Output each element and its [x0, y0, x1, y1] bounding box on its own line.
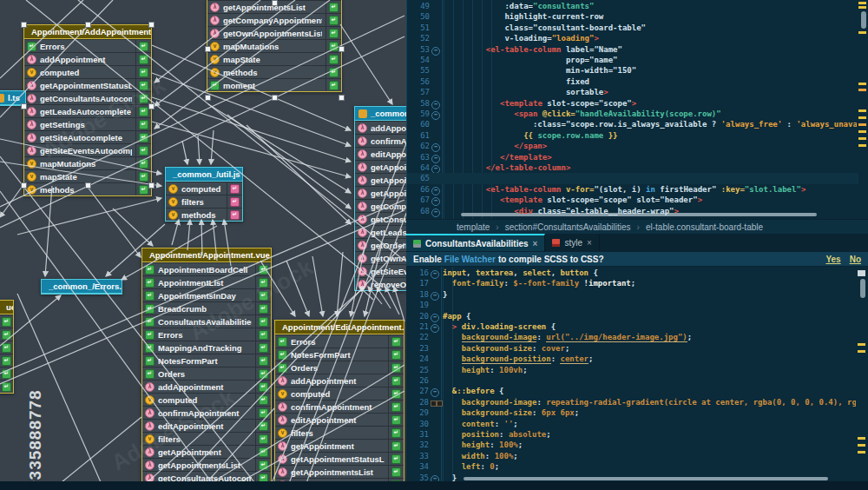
diagram-item[interactable]: vfilters↵	[142, 432, 271, 445]
code-fold-icon[interactable]: −	[431, 155, 440, 163]
scss-style-editor[interactable]: 16−input, textarea, select, button {17 f…	[406, 267, 868, 481]
resize-handle[interactable]	[85, 22, 91, 28]
diagram-item[interactable]: ↵AppointmentsInDay↵	[142, 288, 271, 301]
resize-handle[interactable]	[148, 182, 155, 189]
resize-handle[interactable]	[21, 22, 27, 28]
code-fold-icon[interactable]: −	[431, 101, 440, 109]
diagram-item[interactable]: λgetCompa↵	[355, 199, 406, 212]
code-fold-icon[interactable]: −	[431, 475, 439, 481]
breadcrumb-item[interactable]: section#ConsultantsAvailabilities	[505, 222, 631, 232]
close-icon[interactable]: ×	[533, 239, 538, 248]
resize-handle[interactable]	[205, 46, 211, 52]
close-icon[interactable]: ×	[587, 238, 592, 248]
diagram-item[interactable]: ↵	[0, 367, 13, 380]
breadcrumb[interactable]: template›section#ConsultantsAvailabiliti…	[406, 219, 868, 234]
diagram-node-b-ue[interactable]: ue↵↵↵↵↵↵	[0, 300, 14, 394]
diagram-item[interactable]: λgetAppointmentStatusList↵	[275, 452, 404, 465]
diagram-item[interactable]: λgetAppointment↵	[142, 445, 271, 458]
diagram-item[interactable]: ↵Breadcrumb↵	[142, 301, 271, 315]
resize-handle[interactable]	[21, 103, 27, 109]
diagram-item[interactable]: vmapState↵	[24, 169, 151, 182]
resize-handle[interactable]	[85, 182, 91, 189]
diagram-item[interactable]: λaddAppointment↵	[142, 380, 271, 393]
vertical-scrollbar[interactable]	[861, 11, 866, 29]
diagram-item[interactable]: vcomputed↵	[275, 387, 404, 400]
diagram-item[interactable]: λgetAppointmentStatusList↵	[24, 78, 151, 91]
diagram-item[interactable]: vmapMutations↵	[207, 39, 341, 52]
code-fold-icon[interactable]: −	[431, 292, 439, 301]
diagram-node-b-top[interactable]: vcomputed↵λgetAppointmentsList↵λgetCompa…	[207, 0, 342, 92]
resize-handle[interactable]	[205, 95, 211, 101]
diagram-item[interactable]: λgetAppoi↵	[355, 160, 406, 173]
diagram-item[interactable]: ↵Orders↵	[275, 361, 404, 374]
diagram-item[interactable]: vcomputed↵	[142, 393, 271, 406]
dependency-diagram-panel[interactable]: Appointment/AddAppointment.vue↵Errors↵λa…	[0, 0, 406, 490]
diagram-node-b-add[interactable]: Appointment/AddAppointment.vue↵Errors↵λa…	[23, 24, 152, 196]
diagram-item[interactable]: ↵NotesFormPart↵	[142, 354, 271, 367]
code-fold-icon[interactable]: −	[431, 388, 439, 397]
diagram-item[interactable]: ↵ConsultantsAvailabilities↵	[142, 315, 271, 328]
diagram-item[interactable]: λremoveOr↵	[355, 277, 406, 290]
diagram-item[interactable]: λconfirmAppointment↵	[275, 400, 404, 413]
diagram-item[interactable]: ↵MappingAndTracking↵	[142, 341, 271, 354]
diagram-item[interactable]: vcomputed↵	[166, 182, 242, 195]
diagram-item[interactable]: ↵Errors↵	[275, 334, 404, 348]
tab-style[interactable]: style×	[545, 234, 599, 251]
node-header[interactable]: _common_/util.js	[166, 168, 242, 182]
diagram-node-b-errors[interactable]: _common_/Errors.js	[41, 279, 122, 295]
breadcrumb-item[interactable]: el-table.consultant-board-table	[646, 222, 763, 232]
diagram-item[interactable]: λgetOwnAppointmentsList↵	[207, 26, 341, 39]
resize-handle[interactable]	[339, 46, 345, 52]
diagram-item[interactable]: λconfirmAp↵	[355, 134, 406, 147]
diagram-item[interactable]: ↵Orders↵	[142, 367, 271, 380]
diagram-item[interactable]: λgetCompanyAppointmentsList↵	[207, 13, 341, 26]
code-fold-icon[interactable]: −	[431, 270, 439, 279]
diagram-item[interactable]: ↵	[0, 341, 13, 354]
diagram-item[interactable]: λaddAppoi↵	[355, 121, 406, 134]
diagram-item[interactable]: λgetLeadsA↵	[355, 225, 406, 238]
tab-consultantsavailabilities[interactable]: ConsultantsAvailabilities×	[406, 234, 545, 251]
diagram-item[interactable]: λgetAppointment↵	[275, 439, 404, 452]
diagram-item[interactable]: ↵AppointmentList↵	[142, 275, 271, 288]
diagram-item[interactable]: vmethods↵	[166, 208, 242, 221]
diagram-item[interactable]: λaddAppointment↵	[24, 52, 151, 65]
resize-handle[interactable]	[21, 182, 27, 189]
file-watcher-link[interactable]: File Watcher	[444, 255, 496, 264]
code-fold-icon[interactable]: −	[431, 111, 440, 120]
code-fold-icon[interactable]: −	[431, 197, 440, 206]
resize-handle[interactable]	[148, 103, 155, 109]
diagram-item[interactable]: ↵NotesFormPart↵	[275, 348, 404, 361]
banner-no-button[interactable]: No	[850, 255, 861, 264]
diagram-node-b-appt[interactable]: Appointment/Appointment.vue↵AppointmentB…	[141, 248, 272, 490]
diagram-item[interactable]: λgetLeadsAutocomplete↵	[24, 104, 151, 117]
breadcrumb-item[interactable]: template	[457, 222, 490, 232]
diagram-item[interactable]: λconfirmAppointment↵	[142, 406, 271, 419]
diagram-item[interactable]: ↵moment↵	[207, 78, 341, 91]
diagram-item[interactable]: λaddAppointment↵	[275, 374, 404, 387]
code-fold-icon[interactable]: −	[431, 209, 440, 217]
diagram-item[interactable]: λgetAppointmentsList↵	[142, 458, 271, 471]
diagram-item[interactable]: λgetOrderE↵	[355, 238, 406, 251]
diagram-item[interactable]: vfilters↵	[275, 426, 404, 439]
diagram-item[interactable]: ↵	[0, 315, 13, 328]
diagram-item[interactable]: λgetConsultantsAutocomplete↵	[24, 91, 151, 104]
node-header[interactable]: _common	[355, 107, 406, 121]
code-fold-icon[interactable]: −	[431, 187, 440, 195]
node-header[interactable]: _common_/Errors.js	[42, 280, 122, 294]
diagram-item[interactable]: λgetAppoi↵	[355, 186, 406, 199]
diagram-node-b-util[interactable]: _common_/util.jsvcomputed↵vfilters↵vmeth…	[165, 167, 243, 222]
resize-handle[interactable]	[272, 95, 278, 101]
diagram-item[interactable]: λgetSiteEve↵	[355, 264, 406, 277]
diagram-item[interactable]: λeditAppointment↵	[142, 419, 271, 432]
diagram-item[interactable]: λgetAppoi↵	[355, 173, 406, 186]
vertical-scrollbar[interactable]	[860, 279, 865, 298]
diagram-item[interactable]: λgetConsul↵	[355, 212, 406, 225]
resize-handle[interactable]	[339, 95, 345, 101]
diagram-item[interactable]: λeditAppoi↵	[355, 147, 406, 160]
resize-handle[interactable]	[272, 0, 278, 6]
diagram-item[interactable]: λeditAppointment↵	[275, 413, 404, 426]
diagram-item[interactable]: ↵	[0, 380, 13, 393]
diagram-item[interactable]: vmethods↵	[207, 65, 341, 78]
node-header[interactable]: Appointment/Appointment.vue	[142, 248, 271, 262]
diagram-item[interactable]: vcomputed↵	[24, 65, 151, 78]
